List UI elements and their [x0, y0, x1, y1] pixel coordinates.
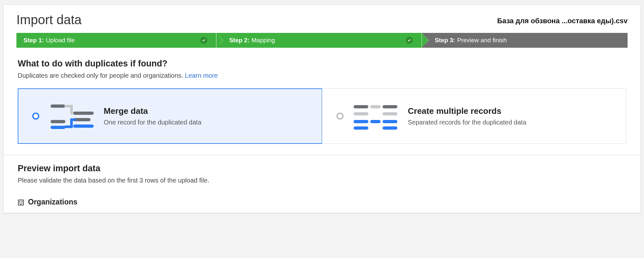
- import-stepper: Step 1: Upload file Step 2: Mapping Step…: [4, 33, 640, 59]
- merge-illustration-icon: [49, 102, 94, 130]
- page-title: Import data: [16, 13, 81, 27]
- option-desc: Separated records for the duplicated dat…: [408, 119, 526, 126]
- radio-selected-icon: [32, 113, 39, 120]
- check-icon: [200, 37, 207, 44]
- duplicates-question: What to do with duplicates if found?: [18, 59, 626, 69]
- step-mapping[interactable]: Step 2: Mapping: [216, 33, 422, 48]
- duplicate-options: Merge data One record for the duplicated…: [18, 88, 626, 144]
- svg-rect-17: [19, 201, 20, 202]
- step-label-bold: Step 1:: [24, 37, 44, 44]
- step-label-bold: Step 3:: [435, 37, 455, 44]
- option-merge-data[interactable]: Merge data One record for the duplicated…: [18, 89, 322, 144]
- organizations-label: Organizations: [28, 198, 77, 206]
- svg-rect-21: [21, 204, 22, 205]
- option-title: Create multiple records: [408, 106, 526, 116]
- option-create-multiple[interactable]: Create multiple records Separated record…: [322, 89, 626, 144]
- building-icon: [18, 199, 24, 205]
- duplicates-subtext: Duplicates are checked only for people a…: [18, 72, 626, 79]
- import-file-name: База для обзвона ...оставка еды).csv: [497, 17, 628, 25]
- preview-subtext: Please validate the data based on the fi…: [18, 177, 626, 184]
- step-label-bold: Step 2:: [229, 37, 250, 44]
- multiple-illustration-icon: [353, 102, 398, 130]
- step-label-rest: Mapping: [251, 37, 275, 44]
- preview-title: Preview import data: [18, 164, 626, 174]
- option-desc: One record for the duplicated data: [104, 119, 202, 126]
- option-title: Merge data: [104, 106, 202, 116]
- duplicates-subtext-text: Duplicates are checked only for people a…: [18, 72, 185, 79]
- learn-more-link[interactable]: Learn more: [185, 72, 218, 79]
- step-label-rest: Preview and finish: [457, 37, 507, 44]
- step-preview-finish[interactable]: Step 3: Preview and finish: [422, 33, 628, 48]
- organizations-heading: Organizations: [18, 198, 626, 206]
- check-icon: [406, 37, 413, 44]
- step-label-rest: Upload file: [46, 37, 75, 44]
- bottom-divider: [4, 213, 640, 213]
- svg-rect-18: [22, 201, 23, 202]
- svg-rect-20: [22, 203, 23, 203]
- radio-unselected-icon: [336, 113, 344, 120]
- svg-rect-19: [19, 203, 20, 203]
- step-upload-file[interactable]: Step 1: Upload file: [16, 33, 216, 48]
